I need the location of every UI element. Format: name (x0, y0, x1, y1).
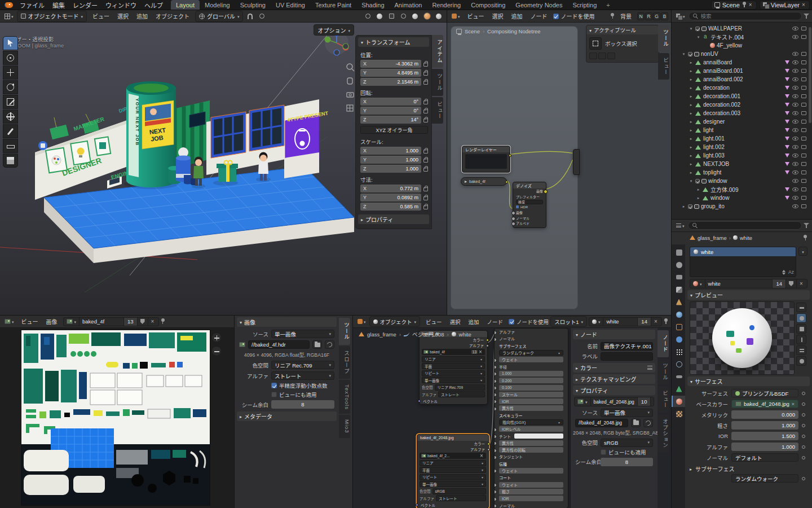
image-browse-button[interactable] (64, 318, 80, 326)
outliner-row[interactable]: ▸ annaiBoard (672, 58, 807, 67)
menu-item[interactable]: ノード (527, 11, 551, 21)
physics-tab[interactable] (672, 358, 685, 370)
value-slider[interactable]: X 0.772 m (360, 185, 421, 192)
bsdf-row[interactable]: 指向性(GGX) (495, 419, 568, 426)
use-nodes-checkbox[interactable]: ノードを使用 (553, 12, 595, 20)
show-gizmo-icon[interactable] (363, 12, 373, 21)
expander-icon[interactable]: ▸ (696, 187, 701, 192)
filter-icon[interactable] (804, 14, 809, 19)
breadcrumb-material[interactable]: white (740, 235, 752, 241)
menu-icon[interactable] (647, 366, 652, 370)
unlink-button[interactable] (651, 318, 661, 326)
hide-eye-icon[interactable] (792, 120, 798, 124)
select-extend-icon[interactable] (598, 52, 606, 59)
bsdf-row[interactable]: ノーマル (495, 502, 568, 508)
lock-icon[interactable] (423, 119, 428, 122)
shader-type-selector[interactable]: オブジェクト (369, 316, 421, 327)
reload-button[interactable] (325, 340, 334, 349)
disable-viewport-icon[interactable] (801, 145, 806, 149)
expander-icon[interactable]: ▸ (689, 77, 694, 82)
add-workspace-button[interactable]: + (602, 2, 614, 8)
sidebar-tab[interactable]: スロープ (339, 346, 350, 379)
image-selector[interactable]: baked_4f_2... (420, 453, 486, 459)
scene-selector[interactable]: Scene (711, 1, 757, 10)
expander-icon[interactable]: ▸ (689, 60, 694, 65)
hide-eye-icon[interactable] (792, 196, 798, 200)
users-count-button[interactable]: 14 (638, 318, 651, 326)
bsdf-row[interactable]: 伝播 (495, 461, 568, 467)
menu-item[interactable]: 選択 (488, 11, 508, 21)
node-row[interactable]: アルベド (513, 221, 546, 226)
pin-icon[interactable] (803, 235, 807, 241)
bsdf-row[interactable]: ノーマル (495, 335, 568, 342)
reload-button[interactable] (643, 419, 653, 427)
node-dropdown[interactable]: 単一画像 (422, 377, 485, 383)
image-section-header[interactable]: 画像 (237, 317, 337, 327)
image-node[interactable]: baked_4f (461, 177, 507, 186)
properties-search[interactable] (688, 221, 802, 230)
outliner-row[interactable]: ▸ decoration.003 (672, 109, 807, 117)
workspace-tab[interactable]: Scripting (567, 0, 602, 10)
move-tool[interactable] (3, 65, 18, 80)
channel-button[interactable]: B (661, 12, 668, 20)
expander-icon[interactable]: ▸ (689, 111, 694, 116)
menu-item[interactable]: レンダー (69, 0, 102, 10)
viewlayer-selector[interactable]: ViewLayer (760, 1, 810, 10)
scene-purple-sign[interactable] (284, 115, 319, 178)
breadcrumb-object[interactable]: glass_frame (698, 235, 727, 241)
sidebar-tab[interactable]: Mio3 (339, 415, 350, 438)
disable-viewport-icon[interactable] (801, 103, 806, 107)
lock-icon[interactable] (423, 72, 428, 76)
outliner-row[interactable]: ▸ annaiBoard.001 (672, 67, 807, 75)
shading-solid-icon[interactable] (410, 12, 420, 21)
sidebar-tab[interactable]: ツール (658, 25, 669, 52)
hide-eye-icon[interactable] (792, 94, 798, 98)
expander-icon[interactable]: ▸ (689, 94, 694, 99)
property-field[interactable]: 1.000 (731, 421, 798, 430)
menu-item[interactable]: 追加 (508, 11, 527, 21)
expander-icon[interactable]: ▾ (681, 52, 686, 56)
node-dropdown[interactable]: 平面 (422, 363, 485, 369)
overlays-icon[interactable] (374, 12, 385, 21)
preview-plane-button[interactable] (796, 303, 806, 312)
pin-icon[interactable] (664, 318, 668, 325)
bsdf-row[interactable]: 異方性 (495, 440, 568, 446)
expander-icon[interactable]: ▸ (689, 145, 694, 150)
workspace-tab[interactable]: Shading (356, 0, 389, 10)
hide-eye-icon[interactable] (792, 162, 798, 166)
sidebar-tab[interactable]: オプション (657, 414, 669, 453)
keyframe-dot[interactable] (802, 435, 805, 438)
snap-magnet-icon[interactable] (245, 12, 255, 21)
outliner-row[interactable]: ▸ 立方体.009 (672, 185, 807, 194)
node-row[interactable]: HDR (513, 205, 546, 211)
lock-icon[interactable] (423, 205, 428, 209)
keyframe-dot[interactable] (802, 445, 805, 449)
search-input[interactable] (701, 13, 797, 19)
preview-sphere-button[interactable] (796, 313, 806, 323)
scale-tool[interactable] (3, 95, 18, 109)
menu-item[interactable]: 選択 (113, 11, 133, 21)
image-selector[interactable]: baked_4f 13 (422, 349, 485, 355)
unlink-button[interactable] (797, 279, 807, 288)
bsdf-row[interactable]: 半径 (495, 363, 568, 370)
value-slider[interactable]: Z 1.000 (360, 165, 421, 173)
outliner-row[interactable]: ▸ toplight (672, 168, 807, 177)
pin-icon[interactable] (161, 318, 165, 325)
hide-eye-icon[interactable] (792, 179, 798, 183)
cursor-tool[interactable] (3, 51, 18, 65)
scrollbar[interactable] (809, 27, 811, 123)
image-browse-button[interactable] (575, 397, 591, 406)
material-browse-button[interactable] (589, 318, 604, 326)
menu-item[interactable]: ウィンドウ (102, 0, 140, 10)
keyframe-dot[interactable] (802, 392, 805, 395)
editor-type-button[interactable] (450, 12, 462, 20)
zoom-out-button[interactable] (211, 346, 222, 356)
rotation-mode-dropdown[interactable]: XYZ オイラー角 (360, 126, 428, 134)
menu-item[interactable]: ファイル (16, 0, 48, 10)
shading-rendered-icon[interactable] (434, 12, 444, 21)
value-slider[interactable]: Z 14° (360, 116, 421, 124)
hide-eye-icon[interactable] (792, 128, 798, 132)
menu-item[interactable]: オブジェクト (152, 11, 193, 21)
hide-eye-icon[interactable] (792, 145, 798, 149)
hide-eye-icon[interactable] (792, 204, 798, 208)
